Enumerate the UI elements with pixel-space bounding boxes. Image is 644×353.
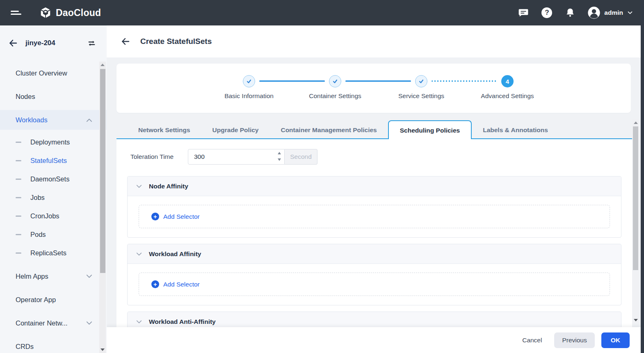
step-1-indicator[interactable] [243, 75, 255, 87]
sidebar-item-label: DaemonSets [30, 175, 69, 183]
step-3-indicator[interactable] [415, 75, 427, 87]
sidebar-item-label: Deployments [30, 138, 70, 146]
sidebar-item-daemonsets[interactable]: DaemonSets [0, 170, 107, 188]
stepper: 4 Basic Information Container Settings S… [116, 64, 631, 113]
sidebar-item-statefulsets[interactable]: StatefulSets [0, 151, 107, 170]
toleration-time-row: Toleration Time Second [130, 149, 317, 165]
sidebar-header: jinye-204 [0, 25, 107, 61]
tab-labels-annotations[interactable]: Labels & Annotations [472, 121, 559, 139]
step-4-indicator[interactable]: 4 [501, 75, 514, 87]
scroll-up-icon[interactable] [99, 62, 106, 68]
sidebar-item-jobs[interactable]: Jobs [0, 188, 107, 207]
check-icon [247, 80, 251, 83]
add-selector-label: Add Selector [163, 281, 200, 288]
sidebar-item-pods[interactable]: Pods [0, 225, 107, 244]
add-selector-button[interactable]: + Add Selector [139, 205, 610, 228]
help-button[interactable]: ? [541, 7, 553, 19]
menu-icon[interactable] [11, 9, 21, 16]
sidebar-item-cronjobs[interactable]: CronJobs [0, 207, 107, 225]
content-scrollbar-thumb[interactable] [633, 126, 638, 270]
step-2-label: Container Settings [294, 92, 376, 100]
sidebar-scrollbar[interactable] [99, 62, 106, 353]
step-connector-dotted [432, 80, 497, 82]
sidebar: jinye-204 Cluster Overview Nodes Workloa… [0, 25, 107, 353]
dash-icon [16, 160, 21, 161]
add-selector-label: Add Selector [163, 213, 200, 220]
check-icon [420, 80, 423, 83]
sidebar-item-label: CRDs [16, 343, 34, 351]
content-scrollbar[interactable] [632, 119, 639, 323]
step-number: 4 [506, 78, 509, 85]
page-header: Create StatefulSets [107, 25, 641, 57]
step-connector [259, 80, 325, 82]
tab-scheduling-policies[interactable]: Scheduling Policies [388, 120, 472, 139]
scroll-down-icon[interactable] [99, 346, 106, 353]
workload-affinity-header[interactable]: Workload Affinity [128, 244, 621, 264]
decrement-icon[interactable] [276, 157, 282, 162]
scroll-down-icon[interactable] [632, 317, 639, 323]
sidebar-item-replicasets[interactable]: ReplicaSets [0, 244, 107, 262]
sidebar-nav: Cluster Overview Nodes Workloads Deploym… [0, 62, 107, 353]
previous-button[interactable]: Previous [554, 332, 594, 348]
tab-network-settings[interactable]: Network Settings [127, 121, 201, 139]
sidebar-item-workloads[interactable]: Workloads [0, 110, 107, 130]
toleration-time-label: Toleration Time [130, 153, 188, 160]
chevron-up-icon [86, 117, 93, 123]
section-title: Workload Anti-Affinity [149, 318, 216, 325]
section-title: Node Affinity [149, 183, 188, 190]
sidebar-item-deployments[interactable]: Deployments [0, 133, 107, 151]
sidebar-item-nodes[interactable]: Nodes [0, 85, 107, 108]
sidebar-item-label: Container Netw... [16, 319, 68, 327]
username-label: admin [604, 9, 623, 16]
sidebar-item-crds[interactable]: CRDs [0, 335, 107, 353]
workload-anti-affinity-section: Workload Anti-Affinity + Add Selector [127, 312, 621, 328]
back-icon[interactable] [121, 37, 130, 46]
chat-button[interactable] [517, 7, 530, 19]
plus-icon: + [151, 213, 159, 220]
increment-icon[interactable] [276, 151, 282, 155]
avatar-icon [587, 6, 601, 19]
cancel-button[interactable]: Cancel [516, 333, 548, 348]
sidebar-item-label: CronJobs [30, 212, 59, 220]
toleration-time-input[interactable] [188, 149, 285, 165]
step-2-indicator[interactable] [329, 75, 341, 87]
sidebar-item-container-networking[interactable]: Container Netw... [0, 312, 107, 335]
ok-button[interactable]: OK [601, 332, 630, 348]
toleration-time-input-group [188, 149, 285, 165]
node-affinity-section: Node Affinity + Add Selector [127, 176, 621, 238]
sidebar-item-label: ReplicaSets [30, 249, 66, 257]
main-area: Create StatefulSets 4 Basic Information … [107, 25, 641, 353]
section-title: Workload Affinity [149, 250, 201, 258]
chevron-down-icon [86, 321, 93, 326]
sidebar-item-cluster-overview[interactable]: Cluster Overview [0, 62, 107, 85]
help-icon: ? [541, 7, 552, 18]
tab-container-management-policies[interactable]: Container Management Policies [269, 121, 388, 139]
dash-icon [16, 234, 21, 235]
sidebar-scrollbar-thumb[interactable] [100, 69, 105, 273]
sidebar-item-helm-apps[interactable]: Helm Apps [0, 265, 107, 288]
check-icon [333, 80, 337, 83]
tab-upgrade-policy[interactable]: Upgrade Policy [201, 121, 270, 139]
sidebar-item-operator-app[interactable]: Operator App [0, 288, 107, 312]
tab-bar: Network Settings Upgrade Policy Containe… [116, 120, 632, 139]
workload-anti-affinity-header[interactable]: Workload Anti-Affinity [128, 312, 621, 328]
topbar: DaoCloud ? [0, 0, 644, 25]
notifications-button[interactable] [564, 7, 576, 19]
dash-icon [16, 215, 21, 217]
daocloud-cube-icon [39, 7, 52, 19]
workload-affinity-section: Workload Affinity + Add Selector [127, 244, 621, 305]
switch-cluster-icon[interactable] [87, 39, 96, 48]
brand-logo: DaoCloud [39, 7, 101, 19]
plus-icon: + [151, 280, 159, 288]
chevron-down-icon [627, 9, 633, 16]
bell-icon [565, 7, 575, 18]
sidebar-item-label: Cluster Overview [16, 69, 67, 77]
scroll-up-icon[interactable] [632, 119, 639, 126]
scheduling-policies-panel: Toleration Time Second Node Affinity [116, 139, 632, 328]
sidebar-item-label: Jobs [30, 194, 45, 202]
back-icon[interactable] [8, 38, 18, 48]
node-affinity-header[interactable]: Node Affinity [128, 176, 621, 196]
sidebar-item-label: Nodes [16, 93, 35, 101]
user-menu[interactable]: admin [587, 6, 633, 19]
add-selector-button[interactable]: + Add Selector [139, 273, 610, 296]
